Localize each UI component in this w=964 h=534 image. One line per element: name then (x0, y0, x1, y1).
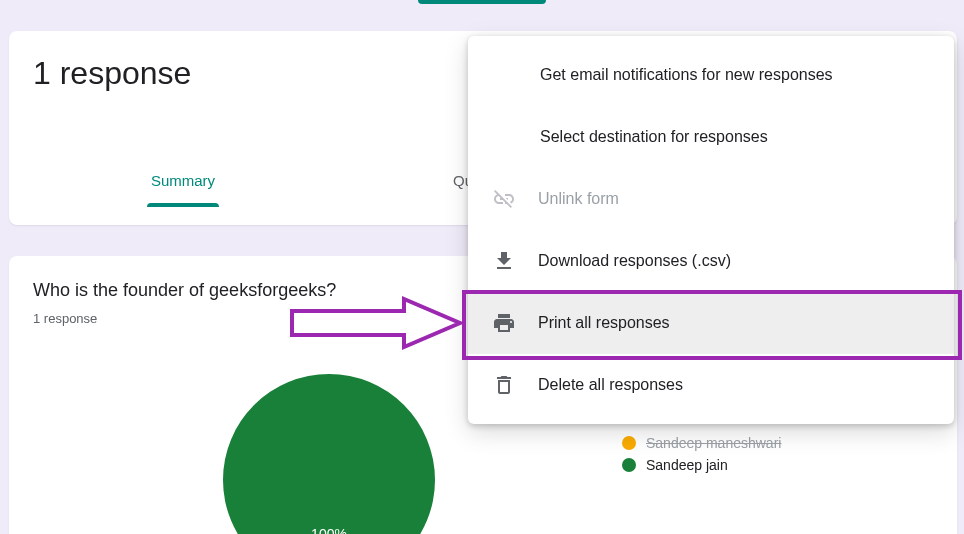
menu-download-label: Download responses (.csv) (538, 252, 731, 270)
legend-label-2: Sandeep jain (646, 457, 728, 473)
chart-legend: Sandeep maneshwari Sandeep jain (622, 435, 781, 479)
menu-unlink-form: Unlink form (468, 168, 954, 230)
tab-summary-label: Summary (151, 172, 215, 189)
menu-download-csv[interactable]: Download responses (.csv) (468, 230, 954, 292)
download-icon (492, 249, 516, 273)
context-menu: Get email notifications for new response… (468, 36, 954, 424)
legend-label-1: Sandeep maneshwari (646, 435, 781, 451)
menu-delete-label: Delete all responses (538, 376, 683, 394)
menu-unlink-label: Unlink form (538, 190, 619, 208)
pie-slice-label: 100% (311, 526, 347, 534)
legend-item-2: Sandeep jain (622, 457, 781, 473)
menu-print-label: Print all responses (538, 314, 670, 332)
menu-dest-label: Select destination for responses (540, 128, 768, 146)
menu-select-destination[interactable]: Select destination for responses (468, 106, 954, 168)
tab-summary[interactable]: Summary (33, 172, 333, 201)
delete-icon (492, 373, 516, 397)
menu-email-notifications[interactable]: Get email notifications for new response… (468, 44, 954, 106)
accent-bar (418, 0, 546, 4)
unlink-icon (492, 187, 516, 211)
legend-dot-2 (622, 458, 636, 472)
legend-item-1: Sandeep maneshwari (622, 435, 781, 451)
pie-chart: 100% (223, 374, 435, 534)
menu-delete-all[interactable]: Delete all responses (468, 354, 954, 416)
menu-print-all[interactable]: Print all responses (468, 292, 954, 354)
menu-email-label: Get email notifications for new response… (540, 66, 833, 84)
legend-dot-1 (622, 436, 636, 450)
print-icon (492, 311, 516, 335)
